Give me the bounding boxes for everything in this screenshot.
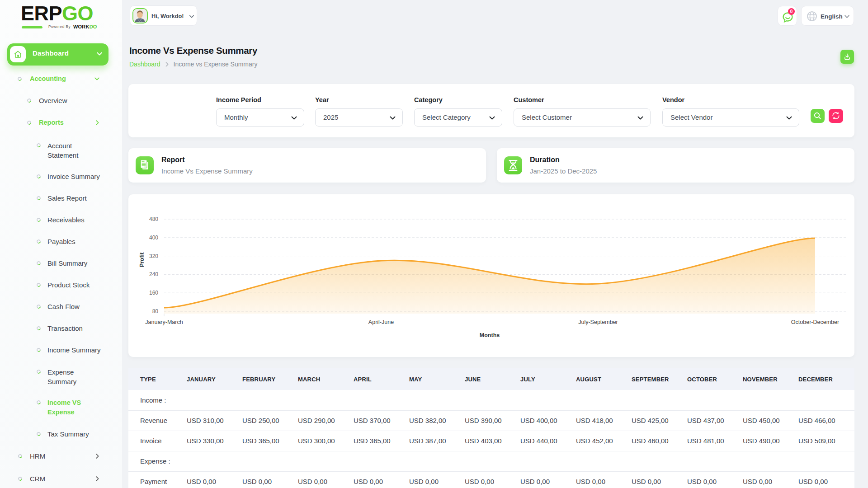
svg-text:240: 240 [149, 271, 158, 277]
svg-text:January-March: January-March [145, 319, 183, 325]
svg-text:480: 480 [149, 216, 158, 222]
svg-text:160: 160 [149, 290, 158, 296]
svg-text:80: 80 [152, 308, 159, 314]
svg-text:October-December: October-December [791, 319, 839, 325]
svg-text:April-June: April-June [368, 319, 394, 325]
svg-text:320: 320 [149, 253, 158, 259]
svg-text:Profit: Profit [139, 252, 145, 267]
svg-text:400: 400 [149, 235, 158, 241]
svg-text:July-September: July-September [578, 319, 618, 325]
svg-text:Months: Months [480, 332, 500, 338]
